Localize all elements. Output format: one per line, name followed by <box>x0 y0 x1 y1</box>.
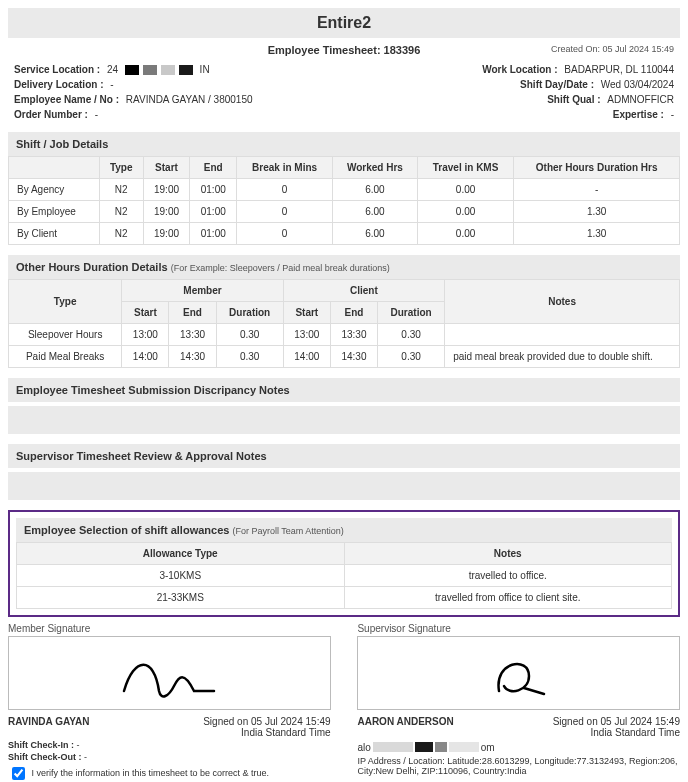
shift-head: Shift / Job Details <box>8 132 680 156</box>
table-row: By AgencyN219:0001:0006.000.00- <box>9 179 680 201</box>
oh-col-client: Client <box>283 280 444 302</box>
email-prefix: alo <box>357 742 370 753</box>
oh-col-m-start: Start <box>122 302 169 324</box>
expertise-val: - <box>671 109 674 120</box>
shift-col: End <box>190 157 237 179</box>
oh-col-notes: Notes <box>445 280 680 324</box>
shift-day-label: Shift Day/Date : <box>520 79 594 90</box>
shift-qual-val: ADMNOFFICR <box>607 94 674 105</box>
page-title: Entire2 <box>8 8 680 38</box>
other-hours-sub: (For Example: Sleepovers / Paid meal bre… <box>171 263 390 273</box>
discrepancy-section: Employee Timesheet Submission Discripanc… <box>8 378 680 434</box>
employee-label: Employee Name / No : <box>14 94 119 105</box>
member-signed-date: Signed on 05 Jul 2024 15:49 <box>203 716 330 727</box>
oh-col-c-end: End <box>330 302 377 324</box>
order-val: - <box>95 109 98 120</box>
shift-col: Break in Mins <box>237 157 333 179</box>
service-location-prefix: 24 <box>107 64 118 75</box>
timesheet-id: Employee Timesheet: 183396 <box>268 44 421 56</box>
supervisor-signed-tz: India Standard Time <box>553 727 680 738</box>
delivery-location-val: - <box>110 79 113 90</box>
allowances-title: Employee Selection of shift allowances <box>24 524 229 536</box>
allowances-sub: (For Payroll Team Attention) <box>232 526 343 536</box>
checkout-label: Shift Check-Out : <box>8 752 82 762</box>
shift-table: TypeStartEndBreak in MinsWorked HrsTrave… <box>8 156 680 245</box>
verify-checkbox[interactable] <box>12 767 25 780</box>
oh-col-type: Type <box>9 280 122 324</box>
oh-col-c-start: Start <box>283 302 330 324</box>
other-hours-section: Other Hours Duration Details (For Exampl… <box>8 255 680 368</box>
shift-col: Other Hours Duration Hrs <box>514 157 680 179</box>
service-location-label: Service Location : <box>14 64 100 75</box>
member-signature-col: Member Signature RAVINDA GAYAN Signed on… <box>8 623 331 782</box>
oh-col-m-dur: Duration <box>216 302 283 324</box>
table-row: 21-33KMStravelled from office to client … <box>17 587 672 609</box>
info-row-3: Employee Name / No : RAVINDA GAYAN / 380… <box>8 92 680 107</box>
table-row: By EmployeeN219:0001:0006.000.001.30 <box>9 201 680 223</box>
other-hours-body: Sleepover Hours13:0013:300.3013:0013:300… <box>9 324 680 368</box>
signature-row: Member Signature RAVINDA GAYAN Signed on… <box>8 623 680 782</box>
table-row: 3-10KMStravelled to office. <box>17 565 672 587</box>
delivery-location-label: Delivery Location : <box>14 79 103 90</box>
oh-col-c-dur: Duration <box>378 302 445 324</box>
work-location-val: BADARPUR, DL 110044 <box>564 64 674 75</box>
info-row-2: Delivery Location : - Shift Day/Date : W… <box>8 77 680 92</box>
table-row: Sleepover Hours13:0013:300.3013:0013:300… <box>9 324 680 346</box>
oh-col-member: Member <box>122 280 283 302</box>
created-on: Created On: 05 Jul 2024 15:49 <box>551 44 674 54</box>
signature-icon <box>109 646 229 701</box>
info-row-4: Order Number : - Expertise : - <box>8 107 680 122</box>
supervisor-signed-date: Signed on 05 Jul 2024 15:49 <box>553 716 680 727</box>
shift-section: Shift / Job Details TypeStartEndBreak in… <box>8 132 680 245</box>
shift-col: Start <box>143 157 190 179</box>
shift-col: Type <box>99 157 143 179</box>
supervisor-section: Supervisor Timesheet Review & Approval N… <box>8 444 680 500</box>
verify-row: I verify the information in this timeshe… <box>8 764 331 782</box>
table-row: Paid Meal Breaks14:0014:300.3014:0014:30… <box>9 346 680 368</box>
member-name: RAVINDA GAYAN <box>8 716 90 738</box>
checkin-val: - <box>77 740 80 750</box>
order-label: Order Number : <box>14 109 88 120</box>
expertise-label: Expertise : <box>613 109 664 120</box>
email-redaction: alo om <box>357 742 680 752</box>
supervisor-sig-label: Supervisor Signature <box>357 623 680 634</box>
supervisor-head: Supervisor Timesheet Review & Approval N… <box>8 444 680 468</box>
verify-text: I verify the information in this timeshe… <box>32 768 270 778</box>
other-hours-table: Type Member Client Notes Start End Durat… <box>8 279 680 368</box>
discrepancy-body <box>8 406 680 434</box>
redaction-swatches <box>125 65 193 75</box>
other-hours-title: Other Hours Duration Details <box>16 261 168 273</box>
oh-col-m-end: End <box>169 302 216 324</box>
supervisor-name: AARON ANDERSON <box>357 716 453 738</box>
employee-val: RAVINDA GAYAN / 3800150 <box>126 94 253 105</box>
shift-col: Travel in KMS <box>417 157 514 179</box>
subtitle-row: Employee Timesheet: 183396 Created On: 0… <box>8 40 680 62</box>
discrepancy-head: Employee Timesheet Submission Discripanc… <box>8 378 680 402</box>
shift-header-row: TypeStartEndBreak in MinsWorked HrsTrave… <box>9 157 680 179</box>
shift-day-val: Wed 03/04/2024 <box>601 79 674 90</box>
allowances-highlight: Employee Selection of shift allowances (… <box>8 510 680 617</box>
shift-col: Worked Hrs <box>333 157 418 179</box>
shift-qual-label: Shift Qual : <box>547 94 600 105</box>
allow-col-type: Allowance Type <box>17 543 345 565</box>
shift-body: By AgencyN219:0001:0006.000.00-By Employ… <box>9 179 680 245</box>
allowances-table: Allowance Type Notes 3-10KMStravelled to… <box>16 542 672 609</box>
email-suffix: om <box>481 742 495 753</box>
supervisor-sig-box <box>357 636 680 710</box>
member-sig-box <box>8 636 331 710</box>
shift-col <box>9 157 100 179</box>
service-location-suffix: IN <box>200 64 210 75</box>
table-row: By ClientN219:0001:0006.000.001.30 <box>9 223 680 245</box>
other-hours-head: Other Hours Duration Details (For Exampl… <box>8 255 680 279</box>
member-sig-label: Member Signature <box>8 623 331 634</box>
signature-icon <box>474 646 564 701</box>
supervisor-signature-col: Supervisor Signature AARON ANDERSON Sign… <box>357 623 680 782</box>
work-location-label: Work Location : <box>482 64 557 75</box>
checkin-label: Shift Check-In : <box>8 740 74 750</box>
member-signed-tz: India Standard Time <box>203 727 330 738</box>
ip-location: IP Address / Location: Latitude:28.60132… <box>357 756 680 776</box>
allowances-head: Employee Selection of shift allowances (… <box>16 518 672 542</box>
allow-col-notes: Notes <box>344 543 672 565</box>
allowances-body: 3-10KMStravelled to office.21-33KMStrave… <box>17 565 672 609</box>
supervisor-body <box>8 472 680 500</box>
